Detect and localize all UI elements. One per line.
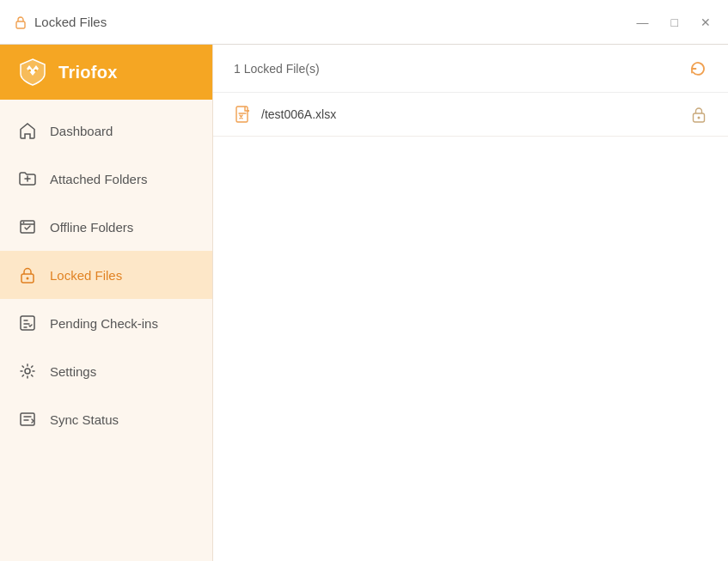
svg-rect-0	[16, 21, 25, 28]
maximize-button[interactable]: □	[668, 12, 682, 33]
svg-rect-7	[21, 316, 34, 330]
file-count-label: 1 Locked File(s)	[234, 62, 320, 76]
sidebar: Triofox Dashboard	[0, 45, 213, 561]
sidebar-header: Triofox	[0, 45, 212, 100]
title-bar: Locked Files — □ ✕	[0, 0, 728, 45]
minimize-button[interactable]: —	[633, 12, 652, 33]
svg-point-6	[27, 277, 29, 280]
lock-icon	[17, 265, 38, 285]
title-bar-controls: — □ ✕	[633, 12, 714, 33]
svg-rect-3	[21, 221, 34, 233]
svg-point-2	[34, 70, 37, 72]
svg-point-12	[698, 117, 700, 119]
sidebar-item-dashboard[interactable]: Dashboard	[0, 107, 212, 155]
sidebar-item-offline-folders[interactable]: Offline Folders	[0, 203, 212, 251]
app-logo	[17, 57, 48, 88]
sidebar-nav: Dashboard Attached Folders	[0, 100, 212, 561]
svg-point-8	[25, 369, 30, 374]
file-lock-icon	[690, 106, 707, 123]
file-list: /test006A.xlsx	[213, 93, 728, 561]
file-name: /test006A.xlsx	[261, 107, 336, 121]
refresh-button[interactable]	[688, 59, 707, 78]
app-name: Triofox	[58, 63, 118, 82]
table-row[interactable]: /test006A.xlsx	[213, 93, 728, 137]
sidebar-item-pending-checkins[interactable]: Pending Check-ins	[0, 299, 212, 347]
sidebar-item-sync-label: Sync Status	[50, 412, 119, 427]
sidebar-item-attached-label: Attached Folders	[50, 172, 147, 186]
sidebar-item-sync-status[interactable]: Sync Status	[0, 395, 212, 443]
svg-rect-10	[236, 107, 248, 122]
title-bar-text: Locked Files	[34, 15, 107, 29]
sidebar-item-settings[interactable]: Settings	[0, 347, 212, 395]
sidebar-item-dashboard-label: Dashboard	[50, 124, 113, 138]
sidebar-item-locked-files[interactable]: Locked Files	[0, 251, 212, 299]
gear-icon	[17, 361, 38, 381]
lock-title-icon	[14, 15, 28, 29]
sync-icon	[17, 409, 38, 430]
main-layout: Triofox Dashboard	[0, 45, 728, 561]
sidebar-item-pending-label: Pending Check-ins	[50, 316, 158, 331]
folder-icon	[17, 168, 38, 189]
home-icon	[17, 120, 38, 141]
offline-icon	[17, 216, 38, 237]
sidebar-item-offline-label: Offline Folders	[50, 220, 133, 235]
content-area: 1 Locked File(s)	[213, 45, 728, 561]
checkin-icon	[17, 313, 38, 333]
sidebar-item-attached-folders[interactable]: Attached Folders	[0, 155, 212, 203]
xlsx-icon	[234, 105, 253, 124]
file-item-left: /test006A.xlsx	[234, 105, 336, 124]
content-header: 1 Locked File(s)	[213, 45, 728, 93]
svg-point-1	[28, 70, 31, 72]
sidebar-item-settings-label: Settings	[50, 364, 96, 379]
title-bar-left: Locked Files	[14, 15, 107, 29]
svg-point-4	[23, 222, 25, 223]
sidebar-item-locked-label: Locked Files	[50, 268, 122, 283]
close-button[interactable]: ✕	[697, 12, 714, 33]
